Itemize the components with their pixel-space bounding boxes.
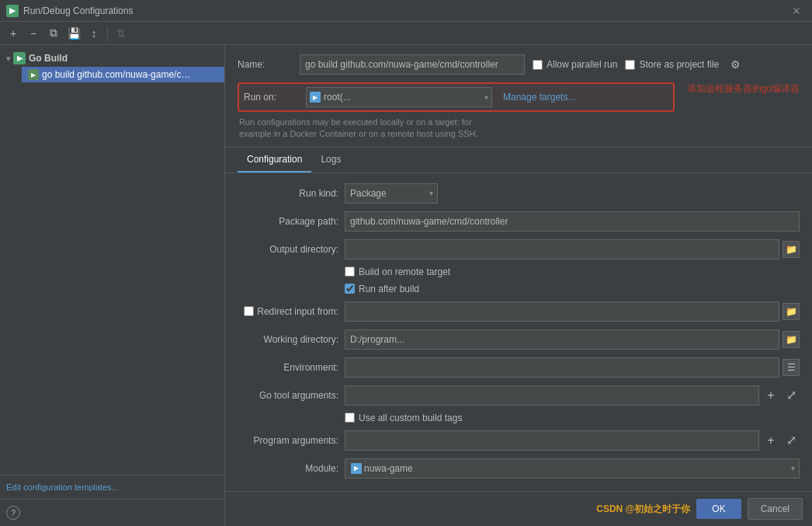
remove-config-button[interactable]: − bbox=[25, 25, 42, 42]
right-panel-scrollable: Run kind: Package File Directory bbox=[225, 173, 812, 491]
go-tool-args-input[interactable] bbox=[345, 385, 759, 406]
build-on-remote-checkbox[interactable] bbox=[345, 266, 355, 277]
tab-configuration[interactable]: Configuration bbox=[238, 148, 311, 172]
redirect-input-row: Redirect input from: 📁 bbox=[238, 298, 800, 326]
name-row: Name: Allow parallel run Store as projec… bbox=[238, 54, 800, 75]
store-project-checkbox[interactable] bbox=[625, 60, 635, 70]
redirect-input-label-wrap: Redirect input from: bbox=[238, 306, 338, 317]
package-path-row: Package path: bbox=[238, 207, 800, 235]
module-select[interactable]: nuwa-game bbox=[345, 458, 800, 479]
run-kind-label: Run kind: bbox=[238, 188, 338, 199]
hint-text: Run configurations may be executed local… bbox=[238, 117, 800, 141]
close-button[interactable]: ✕ bbox=[787, 3, 806, 19]
build-on-remote-row: Build on remote target bbox=[345, 263, 800, 280]
module-select-wrap: ▶ nuwa-game ▾ bbox=[345, 458, 800, 479]
environment-control: ☰ bbox=[345, 357, 800, 378]
sidebar-footer: Edit configuration templates... bbox=[0, 475, 224, 499]
window-title: Run/Debug Configurations bbox=[23, 5, 133, 16]
program-args-input[interactable] bbox=[345, 430, 759, 451]
redirect-input-checkbox[interactable] bbox=[244, 306, 254, 316]
toolbar-separator bbox=[107, 26, 108, 40]
use-custom-tags-checkbox[interactable] bbox=[345, 413, 355, 423]
go-tool-args-control: + ⤢ bbox=[345, 385, 800, 406]
run-after-build-label: Run after build bbox=[345, 284, 419, 294]
working-dir-input[interactable] bbox=[345, 329, 779, 350]
name-label: Name: bbox=[238, 59, 292, 70]
output-dir-input[interactable] bbox=[345, 239, 779, 260]
run-on-target-icon: ▶ bbox=[310, 92, 321, 103]
program-args-add-button[interactable]: + bbox=[762, 432, 779, 449]
save-config-button[interactable]: 💾 bbox=[65, 25, 82, 42]
run-debug-config-window: ▶ Run/Debug Configurations ✕ + − ⧉ 💾 ↕ ⇅… bbox=[0, 0, 812, 526]
copy-config-button[interactable]: ⧉ bbox=[45, 25, 62, 42]
go-tool-args-expand-button[interactable]: ⤢ bbox=[783, 387, 800, 404]
main-content: ▾ ▶ Go Build ▶ go build github.com/nuwa-… bbox=[0, 45, 812, 526]
toolbar: + − ⧉ 💾 ↕ ⇅ bbox=[0, 22, 812, 45]
working-dir-browse-button[interactable]: 📁 bbox=[783, 331, 800, 348]
go-tool-args-label: Go tool arguments: bbox=[238, 390, 338, 401]
module-icon: ▶ bbox=[351, 463, 362, 474]
go-tool-args-row: Go tool arguments: + ⤢ bbox=[238, 381, 800, 409]
allow-parallel-label: Allow parallel run bbox=[533, 59, 617, 70]
sidebar-group-label: Go Build bbox=[29, 53, 68, 64]
file-icon: ▶ bbox=[28, 69, 39, 80]
environment-row: Environment: ☰ bbox=[238, 354, 800, 381]
sort-config-button: ⇅ bbox=[113, 25, 130, 42]
run-kind-control: Package File Directory bbox=[345, 183, 800, 204]
working-dir-label: Working directory: bbox=[238, 334, 338, 345]
package-path-control bbox=[345, 211, 800, 232]
use-custom-tags-label: Use all custom build tags bbox=[345, 413, 462, 423]
module-label: Module: bbox=[238, 463, 338, 474]
name-input[interactable] bbox=[300, 54, 525, 75]
run-kind-select[interactable]: Package File Directory bbox=[345, 183, 438, 204]
run-kind-row: Run kind: Package File Directory bbox=[238, 179, 800, 207]
go-tool-args-add-button[interactable]: + bbox=[762, 387, 779, 404]
chevron-down-icon: ▾ bbox=[6, 54, 10, 63]
ok-button[interactable]: OK bbox=[696, 499, 741, 519]
run-after-build-row: Run after build bbox=[345, 280, 800, 298]
help-button[interactable]: ? bbox=[6, 506, 20, 520]
module-row: Module: ▶ nuwa-game ▾ bbox=[238, 455, 800, 482]
store-project-label: Store as project file bbox=[625, 59, 719, 70]
output-dir-browse-button[interactable]: 📁 bbox=[783, 241, 800, 258]
redirect-input-label: Redirect input from: bbox=[257, 306, 338, 317]
sidebar-item-label: go build github.com/nuwa-game/cmd/cont..… bbox=[42, 69, 197, 80]
redirect-input-control: 📁 bbox=[345, 301, 800, 322]
run-kind-select-wrap: Package File Directory bbox=[345, 183, 438, 204]
cancel-button[interactable]: Cancel bbox=[748, 498, 803, 520]
run-on-label: Run on: bbox=[244, 92, 298, 103]
annotation-text: 添加远程服务器的go编译器 bbox=[687, 82, 800, 96]
tab-logs[interactable]: Logs bbox=[311, 148, 350, 172]
build-on-remote-label: Build on remote target bbox=[345, 266, 450, 277]
select-arrow-icon: ▾ bbox=[484, 93, 488, 102]
sidebar-group-go-build[interactable]: ▾ ▶ Go Build bbox=[0, 50, 224, 67]
program-args-row: Program arguments: + ⤢ bbox=[238, 427, 800, 455]
app-icon: ▶ bbox=[6, 5, 19, 17]
go-icon: ▶ bbox=[13, 52, 26, 64]
settings-icon[interactable]: ⚙ bbox=[727, 56, 744, 73]
sidebar-item-go-build[interactable]: ▶ go build github.com/nuwa-game/cmd/cont… bbox=[22, 67, 224, 82]
manage-targets-button[interactable]: Manage targets... bbox=[500, 92, 578, 103]
program-args-expand-button[interactable]: ⤢ bbox=[783, 432, 800, 449]
add-config-button[interactable]: + bbox=[5, 25, 22, 42]
output-dir-label: Output directory: bbox=[238, 244, 338, 255]
environment-edit-button[interactable]: ☰ bbox=[783, 359, 800, 376]
working-dir-row: Working directory: 📁 bbox=[238, 326, 800, 354]
run-on-select[interactable]: root(... bbox=[324, 92, 481, 103]
run-after-build-checkbox[interactable] bbox=[345, 284, 355, 294]
redirect-input-browse-button[interactable]: 📁 bbox=[783, 303, 800, 320]
right-panel: Name: Allow parallel run Store as projec… bbox=[225, 45, 812, 526]
environment-label: Environment: bbox=[238, 362, 338, 373]
package-path-input[interactable] bbox=[345, 211, 800, 232]
program-args-control: + ⤢ bbox=[345, 430, 800, 451]
environment-input[interactable] bbox=[345, 357, 779, 378]
redirect-input-field[interactable] bbox=[345, 301, 779, 322]
edit-templates-link[interactable]: Edit configuration templates... bbox=[6, 482, 119, 492]
tree-section-go-build: ▾ ▶ Go Build ▶ go build github.com/nuwa-… bbox=[0, 48, 224, 84]
title-bar: ▶ Run/Debug Configurations ✕ bbox=[0, 0, 812, 22]
move-config-button[interactable]: ↕ bbox=[85, 25, 102, 42]
sidebar-help-area: ? bbox=[0, 499, 224, 526]
package-path-label: Package path: bbox=[238, 216, 338, 227]
allow-parallel-checkbox[interactable] bbox=[533, 60, 543, 70]
use-custom-tags-row: Use all custom build tags bbox=[345, 409, 800, 427]
